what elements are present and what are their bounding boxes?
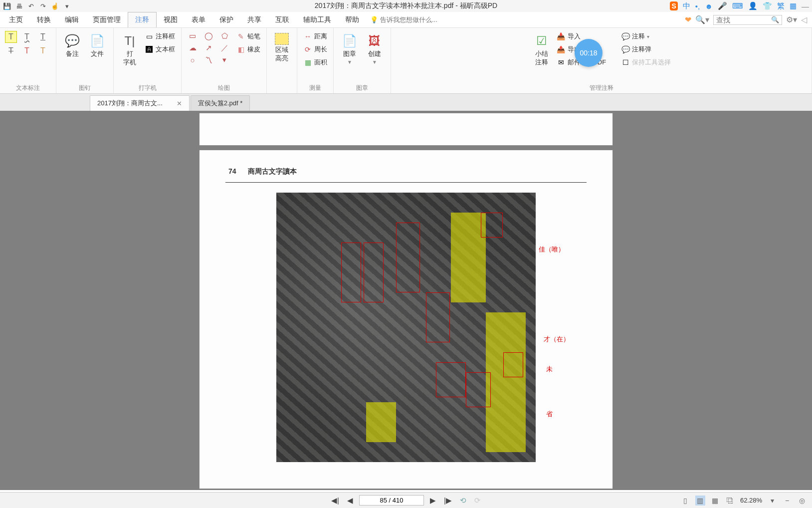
pencil-button[interactable]: ✎铅笔 [235, 31, 261, 42]
annot-box[interactable] [436, 362, 466, 397]
settings-glass-icon[interactable]: 🔍▾ [695, 15, 709, 24]
tell-me[interactable]: 💡 [370, 16, 460, 23]
find-input[interactable] [716, 16, 771, 24]
summary-button[interactable]: ☑ 小结 注释 [531, 31, 553, 69]
view-fwd-icon[interactable]: ⟳ [472, 495, 483, 506]
ime-keyboard-icon[interactable]: ⌨ [732, 1, 743, 10]
annot-box[interactable] [364, 243, 384, 302]
redo-icon[interactable]: ↷ [39, 2, 47, 10]
ime-grid-icon[interactable]: ▦ [790, 1, 797, 10]
facing-cont-icon[interactable]: ⿻ [725, 496, 735, 506]
menu-view[interactable]: 视图 [157, 12, 185, 27]
insert-icon[interactable]: T [37, 45, 49, 57]
strike-icon[interactable]: T [5, 45, 17, 57]
anno-text[interactable]: 省 [546, 410, 553, 419]
qat-dropdown-icon[interactable]: ▾ [63, 2, 71, 10]
anno-text[interactable]: 佳（唯） [539, 245, 565, 254]
zoom-value[interactable]: 62.28% [740, 497, 762, 504]
note-button[interactable]: 💬 备注 [61, 31, 83, 60]
annot-box[interactable] [503, 352, 523, 377]
keep-tool-checkbox[interactable]: ☐保持工具选择 [620, 57, 672, 68]
recording-timer[interactable]: 00:18 [575, 39, 603, 67]
search-icon[interactable]: 🔍 [771, 16, 779, 23]
anno-text[interactable]: 才（在） [544, 335, 570, 344]
underline-icon[interactable]: T [37, 31, 49, 43]
text-frame-button[interactable]: 🅰文本框 [144, 44, 176, 55]
annot-box[interactable] [396, 223, 420, 292]
rect-icon[interactable]: ▭ [187, 31, 199, 41]
print-icon[interactable]: 🖶 [15, 2, 23, 10]
tell-me-input[interactable] [380, 16, 460, 23]
stamp-button[interactable]: 📄 图章 ▼ [339, 31, 361, 67]
tab-second[interactable]: 宜侯夨簋2.pdf * [191, 95, 250, 111]
menu-form[interactable]: 表单 [185, 12, 212, 27]
page-input[interactable] [359, 495, 424, 506]
typewriter-button[interactable]: T| 打 字机 [119, 31, 141, 69]
prev-page-icon[interactable]: ◀ [345, 495, 355, 506]
create-stamp-button[interactable]: 🖼 创建 ▼ [364, 31, 386, 67]
menu-connect[interactable]: 互联 [268, 12, 296, 27]
ime-shirt-icon[interactable]: 👕 [763, 1, 772, 10]
continuous-icon[interactable]: ▥ [695, 496, 705, 506]
first-page-icon[interactable]: ◀| [329, 495, 341, 506]
ellipse2-icon[interactable]: ○ [187, 55, 199, 65]
annot-box[interactable] [341, 243, 361, 302]
menu-home[interactable]: 主页 [2, 12, 30, 27]
ime-emoji-icon[interactable]: ☻ [705, 2, 713, 10]
menu-protect[interactable]: 保护 [212, 12, 240, 27]
view-back-icon[interactable]: ⟲ [458, 495, 468, 506]
area-highlight-button[interactable]: 区域 高亮 [272, 31, 292, 65]
squiggle-icon[interactable]: T [21, 31, 33, 43]
zoom-out-icon[interactable]: ▾ [767, 496, 777, 506]
annot-box[interactable] [466, 372, 491, 407]
undo-icon[interactable]: ↶ [27, 2, 35, 10]
menu-convert[interactable]: 转换 [30, 12, 58, 27]
minimize-icon[interactable]: — [802, 2, 809, 10]
ime-punct-icon[interactable]: •, [695, 2, 700, 10]
tab-active[interactable]: 2017刘翔：商周古文... ✕ [90, 95, 190, 111]
area-button[interactable]: ▦面积 [302, 57, 328, 68]
distance-button[interactable]: ↔距离 [302, 31, 328, 42]
find-box[interactable]: 🔍 [713, 15, 782, 25]
annot-popup-button[interactable]: 💬注释弹 [620, 44, 672, 55]
arrow-icon[interactable]: ↗ [203, 43, 214, 53]
eraser-button[interactable]: ◧橡皮 [235, 44, 261, 55]
zoom-fit-icon[interactable]: ◎ [797, 496, 807, 506]
annot-box[interactable] [426, 292, 450, 342]
annot-frame-button[interactable]: ▭注释框 [144, 31, 176, 42]
close-icon[interactable]: ✕ [177, 100, 182, 107]
single-page-icon[interactable]: ▯ [680, 496, 690, 506]
ime-trad-icon[interactable]: 繁 [777, 1, 785, 11]
nav-prev-icon[interactable]: ◁ [801, 15, 807, 24]
ime-badge-icon[interactable]: S [670, 1, 677, 10]
ime-mic-icon[interactable]: 🎤 [718, 1, 727, 10]
zoom-minus-icon[interactable]: − [782, 496, 792, 506]
last-page-icon[interactable]: |▶ [442, 495, 454, 506]
line-icon[interactable]: ／ [218, 43, 230, 53]
polyline-icon[interactable]: 〽 [203, 55, 214, 65]
more-shapes-icon[interactable]: ▾ [218, 55, 230, 65]
next-page-icon[interactable]: ▶ [428, 495, 438, 506]
perimeter-button[interactable]: ⟳周长 [302, 44, 328, 55]
ime-person-icon[interactable]: 👤 [748, 1, 758, 10]
annot-panel-button[interactable]: 💬注释▾ [620, 31, 672, 42]
menu-edit[interactable]: 编辑 [58, 12, 86, 27]
heart-icon[interactable]: ❤ [685, 15, 691, 24]
menu-access[interactable]: 辅助工具 [296, 12, 338, 27]
facing-icon[interactable]: ▦ [710, 496, 720, 506]
menu-page[interactable]: 页面管理 [86, 12, 128, 27]
file-attach-button[interactable]: 📄 文件 [86, 31, 108, 60]
oval-icon[interactable]: ◯ [203, 31, 214, 41]
cloud-icon[interactable]: ☁ [187, 43, 199, 53]
menu-comment[interactable]: 注释 [128, 12, 157, 27]
menu-help[interactable]: 帮助 [338, 12, 366, 27]
options-icon[interactable]: ⚙▾ [786, 15, 797, 24]
replace-icon[interactable]: T [21, 45, 33, 57]
hand-icon[interactable]: ☝ [51, 2, 59, 10]
polygon-icon[interactable]: ⬠ [218, 31, 230, 41]
menu-share[interactable]: 共享 [240, 12, 268, 27]
anno-text[interactable]: 未 [546, 365, 553, 374]
save-icon[interactable]: 💾 [3, 2, 11, 10]
ime-lang-icon[interactable]: 中 [683, 1, 690, 11]
document-viewport[interactable]: 74 商周古文字讀本 佳（唯） 才（在） 未 [0, 111, 812, 490]
